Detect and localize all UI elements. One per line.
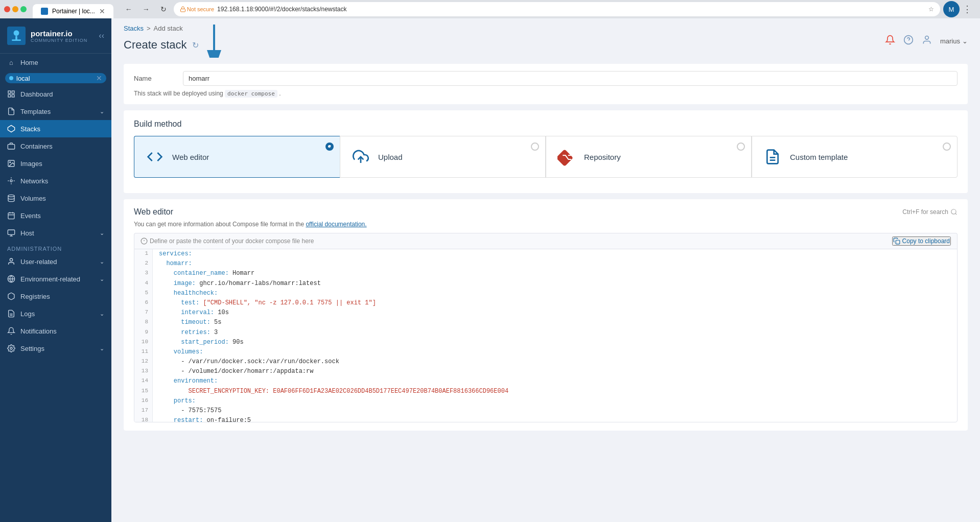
svg-rect-19 — [8, 230, 14, 234]
compose-hint-text: Define or paste the content of your dock… — [150, 238, 314, 245]
copy-icon — [893, 238, 900, 245]
editor-note-text: You can get more information about Compo… — [134, 221, 304, 228]
main-content: Stacks > Add stack Create stack ↻ — [111, 18, 980, 522]
sidebar-item-host[interactable]: Host ⌄ — [0, 224, 111, 242]
official-docs-link[interactable]: official documentation. — [306, 221, 366, 228]
build-method-custom-template[interactable]: Custom template — [752, 136, 958, 178]
deploy-note-period: . — [279, 90, 281, 97]
svg-text:⌥: ⌥ — [562, 153, 571, 161]
svg-rect-6 — [12, 91, 14, 93]
sidebar-collapse-button[interactable]: ‹‹ — [99, 31, 104, 40]
bookmark-button[interactable]: ☆ — [928, 6, 934, 13]
forward-button[interactable]: → — [139, 2, 153, 16]
code-line-14: 14 environment: — [134, 376, 957, 386]
name-label: Name — [134, 75, 175, 82]
sidebar-item-dashboard[interactable]: Dashboard — [0, 85, 111, 103]
sidebar-label: Containers — [20, 143, 53, 150]
help-icon[interactable] — [903, 35, 914, 48]
breadcrumb-current: Add stack — [154, 25, 183, 32]
sidebar-item-containers[interactable]: Containers — [0, 137, 111, 155]
svg-point-12 — [10, 162, 11, 163]
svg-line-37 — [955, 213, 957, 215]
url-text: 192.168.1.18:9000/#!/2/docker/stacks/new… — [217, 6, 347, 13]
menu-button[interactable]: ⋮ — [963, 4, 972, 15]
logo-main-text: portainer.io — [31, 29, 87, 38]
sidebar-logo: portainer.io Community Edition ‹‹ — [0, 18, 111, 54]
sidebar-item-notifications[interactable]: Notifications — [0, 322, 111, 340]
web-editor-icon — [145, 147, 165, 167]
logs-chevron: ⌄ — [100, 311, 104, 317]
sidebar-item-stacks[interactable]: Stacks — [0, 120, 111, 137]
env-related-chevron: ⌄ — [100, 276, 104, 282]
custom-template-icon — [762, 147, 783, 167]
sidebar-label: Notifications — [20, 327, 57, 335]
editor-search-hint: Ctrl+F for search — [902, 208, 958, 216]
user-menu[interactable]: marius ⌄ — [940, 37, 968, 45]
sidebar-label: Environment-related — [20, 275, 80, 283]
notifications-bell-icon[interactable] — [885, 35, 895, 48]
page-title-row: Create stack ↻ — [124, 32, 235, 58]
web-editor-check-icon: ✓ — [327, 141, 335, 153]
reload-button[interactable]: ↻ — [156, 2, 171, 16]
sidebar-label: Images — [20, 160, 42, 168]
settings-icon — [7, 344, 15, 352]
sidebar-item-registries[interactable]: Registries — [0, 288, 111, 305]
code-line-10: 10 start_period: 90s — [134, 338, 957, 347]
logo-text: portainer.io Community Edition — [31, 29, 87, 43]
sidebar-label: Templates — [20, 108, 51, 115]
git-icon: ⌥ — [557, 148, 576, 166]
svg-rect-15 — [8, 213, 14, 219]
browser-tab[interactable]: Portainer | loc... ✕ — [33, 4, 113, 18]
breadcrumb-stacks-link[interactable]: Stacks — [124, 25, 144, 32]
copy-to-clipboard-button[interactable]: Copy to clipboard — [892, 236, 951, 246]
sidebar-item-templates[interactable]: Templates ⌄ — [0, 103, 111, 120]
registries-icon — [7, 292, 15, 300]
code-line-18: 18 restart: on-failure:5 — [134, 416, 957, 422]
sidebar: portainer.io Community Edition ‹‹ ⌂ Home… — [0, 18, 111, 522]
address-bar[interactable]: Not secure 192.168.1.18:9000/#!/2/docker… — [174, 2, 940, 16]
editor-compose-hint: Define or paste the content of your dock… — [141, 238, 314, 245]
svg-rect-5 — [8, 91, 11, 93]
breadcrumb-separator: > — [147, 25, 151, 32]
search-hint-icon — [950, 208, 958, 216]
info-icon — [141, 238, 148, 245]
user-profile-icon[interactable] — [922, 35, 932, 48]
home-icon: ⌂ — [7, 58, 15, 66]
sidebar-label: Dashboard — [20, 90, 53, 98]
svg-point-20 — [10, 258, 12, 261]
deploy-cmd: docker compose — [225, 90, 277, 98]
editor-section-title: Web editor — [134, 207, 173, 217]
sidebar-item-networks[interactable]: Networks — [0, 172, 111, 189]
sidebar-item-images[interactable]: Images — [0, 155, 111, 172]
svg-point-13 — [10, 180, 12, 182]
sidebar-item-user-related[interactable]: User-related ⌄ — [0, 253, 111, 270]
svg-rect-41 — [896, 240, 900, 244]
code-editor[interactable]: 1 services: 2 homarr: 3 container_name: … — [134, 249, 958, 422]
code-line-1: 1 services: — [134, 249, 957, 259]
build-method-upload[interactable]: Upload — [340, 136, 546, 178]
env-close-button[interactable]: ✕ — [96, 74, 102, 82]
build-method-web-editor[interactable]: Web editor ✓ — [134, 136, 340, 178]
logs-icon — [7, 310, 15, 318]
code-line-11: 11 volumes: — [134, 347, 957, 357]
sidebar-item-logs[interactable]: Logs ⌄ — [0, 305, 111, 322]
sidebar-item-home[interactable]: ⌂ Home — [0, 54, 111, 71]
user-related-icon — [7, 257, 15, 266]
sidebar-label: Host — [20, 229, 34, 237]
networks-icon — [7, 177, 15, 185]
profile-button[interactable]: M — [943, 1, 960, 17]
sidebar-item-events[interactable]: Events — [0, 207, 111, 224]
sidebar-label: Logs — [20, 310, 35, 318]
back-button[interactable]: ← — [122, 2, 136, 16]
admin-section-label: Administration — [0, 242, 111, 253]
sidebar-item-settings[interactable]: Settings ⌄ — [0, 340, 111, 357]
build-method-repository[interactable]: ⌥ Repository — [546, 136, 752, 178]
sidebar-item-environment-related[interactable]: Environment-related ⌄ — [0, 270, 111, 288]
svg-point-25 — [10, 347, 12, 349]
top-bar-actions: marius ⌄ — [885, 35, 968, 48]
sidebar-item-volumes[interactable]: Volumes — [0, 189, 111, 207]
tab-close-button[interactable]: ✕ — [99, 7, 105, 15]
name-input[interactable] — [183, 71, 958, 86]
svg-rect-10 — [8, 145, 14, 149]
deploy-note: This stack will be deployed using docker… — [134, 90, 958, 97]
